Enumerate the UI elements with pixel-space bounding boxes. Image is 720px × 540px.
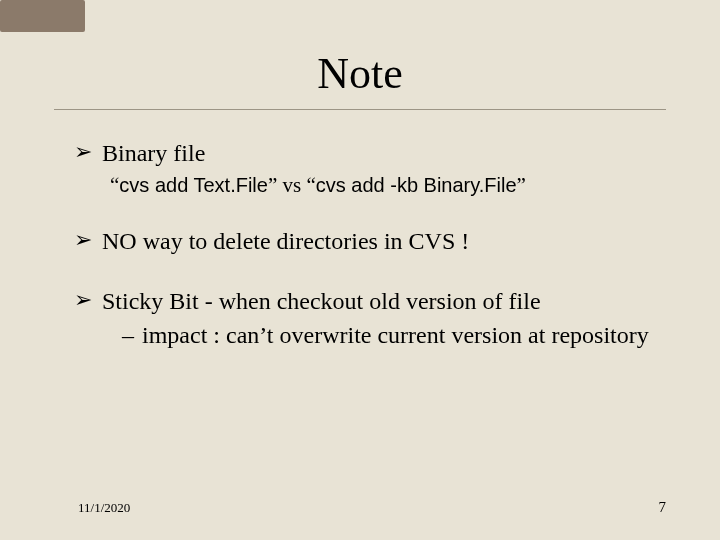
bullet-text: Binary file — [102, 140, 205, 166]
quote-open: “ — [110, 173, 119, 197]
bullet-binary-file-sub: “cvs add Text.File” vs “cvs add -kb Bina… — [110, 172, 660, 198]
cmd-binary-file: cvs add -kb Binary.File — [316, 174, 517, 196]
cmd-text-file: cvs add Text.File — [119, 174, 268, 196]
footer-page-number: 7 — [659, 499, 667, 516]
sub-text: impact : can’t overwrite current version… — [142, 322, 649, 348]
slide-title: Note — [0, 48, 720, 99]
quote-close-2: ” — [517, 173, 526, 197]
title-rule — [54, 109, 666, 110]
bullet-binary-file: Binary file — [74, 138, 660, 168]
bullet-no-delete: NO way to delete directories in CVS ! — [74, 226, 660, 256]
slide: Note Binary file “cvs add Text.File” vs … — [0, 0, 720, 540]
vs-text: vs — [277, 173, 306, 197]
bullet-text: NO way to delete directories in CVS ! — [102, 228, 469, 254]
quote-open-2: “ — [306, 173, 315, 197]
quote-close: ” — [268, 173, 277, 197]
footer-date: 11/1/2020 — [78, 500, 130, 516]
bullet-sticky-bit-sub: impact : can’t overwrite current version… — [122, 320, 660, 350]
bullet-text: Sticky Bit - when checkout old version o… — [102, 288, 541, 314]
slide-content: Binary file “cvs add Text.File” vs “cvs … — [74, 138, 660, 350]
bullet-sticky-bit: Sticky Bit - when checkout old version o… — [74, 286, 660, 316]
